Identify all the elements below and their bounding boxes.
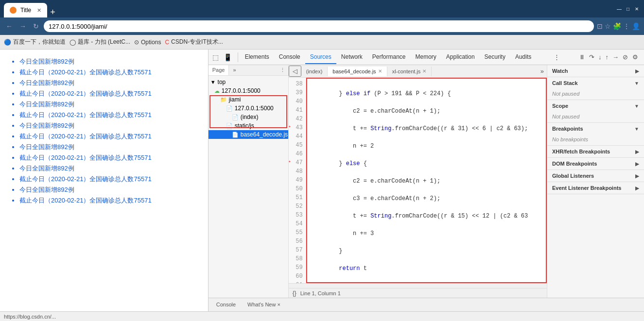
list-item[interactable]: 截止今日（2020-02-21）全国确诊总人数75571 — [19, 89, 198, 98]
list-item[interactable]: 截止今日（2020-02-21）全国确诊总人数75571 — [19, 68, 198, 77]
devtools-more-button[interactable]: ⋮ — [552, 51, 562, 63]
rp-xhr-header[interactable]: XHR/fetch Breakpoints ▶ — [547, 146, 644, 157]
file-panel-tabs: Page » ⋮ — [209, 65, 288, 76]
profile-icon[interactable]: 👤 — [632, 22, 640, 30]
watch-toggle[interactable]: ▶ — [635, 68, 639, 74]
rp-callstack-content: Not paused — [547, 89, 644, 100]
bookmark-icon[interactable]: ☆ — [605, 22, 611, 30]
minimize-button[interactable]: — — [616, 5, 623, 12]
list-item[interactable]: 今日全国新增892例 — [19, 79, 198, 87]
tree-item-base64[interactable]: 📄 base64_decode.js — [209, 130, 288, 139]
deactivate-breakpoints-button[interactable]: ⊘ — [621, 52, 629, 62]
inspect-element-button[interactable]: ⬚ — [210, 52, 221, 62]
list-item[interactable]: 截止今日（2020-02-21）全国确诊总人数75571 — [19, 153, 198, 162]
rp-watch-header[interactable]: Watch ▶ — [547, 65, 644, 77]
tab-network[interactable]: Network — [336, 51, 367, 64]
fp-tab-page[interactable]: Page — [209, 65, 229, 75]
list-item[interactable]: 截止今日（2020-02-21）全国确诊总人数75571 — [19, 175, 198, 184]
menu-icon[interactable]: ⋮ — [623, 22, 630, 30]
rp-section-event: Event Listener Breakpoints ▶ — [547, 182, 644, 194]
fp-tab-more[interactable]: » — [229, 65, 240, 75]
tree-item-index[interactable]: 📄 (index) — [209, 113, 288, 121]
tab-application[interactable]: Application — [441, 51, 480, 64]
tab-sources[interactable]: Sources — [305, 51, 336, 64]
bookmark-baidu-label: 百度一下，你就知道 — [13, 38, 66, 46]
settings-button[interactable]: ⚙ — [630, 52, 640, 62]
rp-global-header[interactable]: Global Listeners ▶ — [547, 170, 644, 182]
bookmark-options[interactable]: ⊙ Options — [134, 39, 161, 46]
format-icon[interactable]: {} — [293, 290, 296, 297]
tree-item-top[interactable]: ▼ top — [209, 78, 288, 86]
list-item[interactable]: 今日全国新增892例 — [19, 121, 198, 130]
cast-icon[interactable]: ⊡ — [597, 22, 603, 30]
global-toggle[interactable]: ▶ — [635, 173, 639, 179]
list-item[interactable]: 截止今日（2020-02-21）全国确诊总人数75571 — [19, 196, 198, 205]
device-toolbar-button[interactable]: 📱 — [222, 52, 234, 62]
maximize-button[interactable]: □ — [625, 5, 631, 12]
file-tab-close[interactable]: ✕ — [378, 68, 382, 74]
event-toggle[interactable]: ▶ — [635, 186, 639, 191]
code-hscroll[interactable] — [289, 283, 547, 288]
extension-icon[interactable]: 🧩 — [613, 22, 621, 30]
tab-performance[interactable]: Performance — [367, 51, 411, 64]
step-over-button[interactable]: ↷ — [588, 52, 596, 62]
tab-elements[interactable]: Elements — [240, 51, 274, 64]
callstack-toggle[interactable]: ▼ — [634, 81, 639, 86]
file-tabs-more[interactable]: » — [538, 67, 547, 76]
refresh-button[interactable]: ↻ — [31, 21, 41, 31]
bookmark-csdn[interactable]: C CSDN-专业IT技术... — [165, 38, 223, 46]
list-item[interactable]: 今日全国新增892例 — [19, 100, 198, 109]
breakpoints-toggle[interactable]: ▼ — [634, 126, 639, 132]
bottom-tab-whatsnew[interactable]: What's New × — [244, 301, 284, 309]
scope-toggle[interactable]: ▼ — [634, 103, 639, 109]
fp-more-button[interactable]: ⋮ — [277, 65, 288, 75]
list-item[interactable]: 今日全国新增892例 — [19, 57, 198, 66]
bookmark-leetcode[interactable]: ◯ 题库 - 力扣 (LeetC... — [70, 38, 130, 46]
list-item[interactable]: 今日全国新增892例 — [19, 143, 198, 152]
dom-toggle[interactable]: ▶ — [635, 161, 639, 167]
tree-item-staticjs[interactable]: 📄 static/js — [209, 121, 288, 130]
pause-button[interactable]: ⏸ — [577, 52, 587, 62]
file-tab-xl[interactable]: xl-content.js ✕ — [387, 67, 432, 76]
tab-memory[interactable]: Memory — [411, 51, 441, 64]
file-tab-index[interactable]: (index) — [301, 67, 328, 76]
new-tab-button[interactable]: + — [47, 7, 58, 17]
list-item[interactable]: 今日全国新增892例 — [19, 186, 198, 194]
code-line: } else { — [311, 159, 542, 168]
file-tab-base64[interactable]: base64_decode.js ✕ — [328, 67, 387, 76]
rp-dom-header[interactable]: DOM Breakpoints ▶ — [547, 158, 644, 169]
address-input[interactable] — [44, 20, 594, 32]
bookmark-baidu[interactable]: 🔵 百度一下，你就知道 — [4, 38, 66, 46]
tree-item-server[interactable]: ☁ 127.0.0.1:5000 — [209, 86, 288, 95]
list-item[interactable]: 今日全国新增892例 — [19, 164, 198, 173]
tree-item-server2[interactable]: 📄 127.0.0.1:5000 — [209, 104, 288, 113]
close-button[interactable]: ✕ — [633, 5, 640, 12]
rp-scope-header[interactable]: Scope ▼ — [547, 100, 644, 112]
step-out-button[interactable]: ↑ — [604, 52, 610, 62]
step-into-button[interactable]: ↓ — [597, 52, 603, 62]
tab-close-button[interactable]: ✕ — [37, 7, 41, 14]
rp-callstack-header[interactable]: Call Stack ▼ — [547, 77, 644, 89]
tab-security[interactable]: Security — [480, 51, 510, 64]
collapse-button[interactable]: ◁ — [289, 66, 301, 77]
tree-item-jiami[interactable]: 📁 jiami — [209, 95, 288, 104]
code-line: } else if (P > 191 && P < 224) { — [311, 89, 542, 98]
step-button[interactable]: → — [611, 52, 620, 62]
back-button[interactable]: ← — [4, 21, 15, 31]
devtools-bottom-bar: Console What's New × — [209, 298, 644, 311]
window-controls: — □ ✕ — [616, 5, 640, 12]
file-icon3: 📄 — [226, 123, 233, 129]
bottom-tab-console[interactable]: Console — [212, 301, 240, 309]
list-item[interactable]: 截止今日（2020-02-21）全国确诊总人数75571 — [19, 132, 198, 141]
file-tab-xl-close[interactable]: ✕ — [422, 68, 426, 74]
code-content[interactable]: } else if (P > 191 && P < 224) { c2 = e.… — [306, 78, 547, 283]
xhr-toggle[interactable]: ▶ — [635, 149, 639, 154]
tab-console[interactable]: Console — [274, 51, 305, 64]
list-item[interactable]: 截止今日（2020-02-21）全国确诊总人数75571 — [19, 111, 198, 119]
forward-button[interactable]: → — [17, 21, 28, 31]
tab-audits[interactable]: Audits — [510, 51, 536, 64]
browser-tab[interactable]: Title ✕ — [4, 3, 47, 17]
rp-breakpoints-header[interactable]: Breakpoints ▼ — [547, 123, 644, 135]
rp-event-header[interactable]: Event Listener Breakpoints ▶ — [547, 182, 644, 194]
file-icon2: 📄 — [232, 114, 239, 120]
